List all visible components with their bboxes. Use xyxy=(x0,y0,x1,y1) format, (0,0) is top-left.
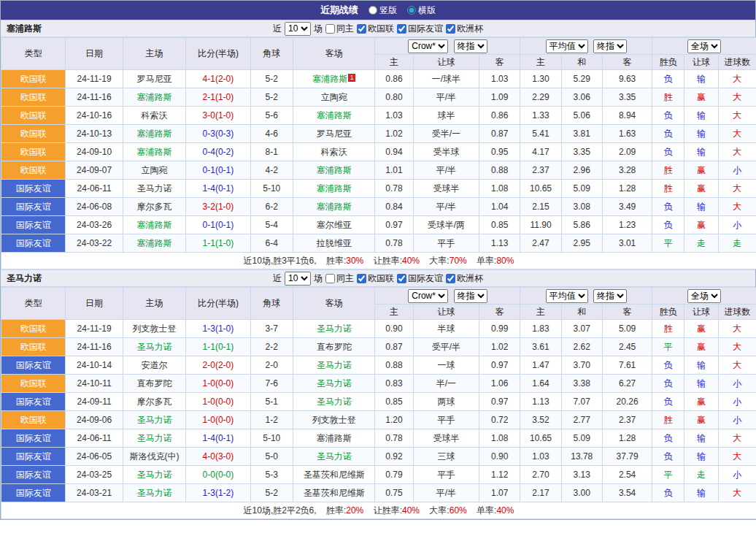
euro-final-odds-select[interactable]: 终指 xyxy=(593,39,627,53)
same-home-label: 同主 xyxy=(336,272,354,285)
asian-away-odds: 0.95 xyxy=(479,143,520,161)
euro-home-odds: 1.03 xyxy=(520,448,561,466)
win-rate-label: 胜率: xyxy=(326,256,346,266)
euro-option[interactable]: 欧洲杯 xyxy=(446,272,483,285)
asian-home-odds: 0.78 xyxy=(375,180,413,198)
bookmaker-select[interactable]: Crow* xyxy=(408,289,448,303)
nations-league-checkbox[interactable] xyxy=(357,274,366,283)
euro-checkbox[interactable] xyxy=(446,24,455,34)
competition-badge: 欧国联 xyxy=(1,107,66,125)
euro-final-odds-select[interactable]: 终指 xyxy=(593,289,627,303)
match-row: 国际友谊24-03-26塞浦路斯0-1(0-1)5-4塞尔维亚0.97受球半/两… xyxy=(1,216,756,234)
match-date: 24-11-19 xyxy=(66,70,123,88)
period-select[interactable]: 全场 xyxy=(687,39,721,53)
bookmaker-select[interactable]: Crow* xyxy=(408,39,448,53)
asian-away-odds: 0.97 xyxy=(479,356,520,375)
match-date: 24-09-10 xyxy=(66,143,123,161)
page-title: 近期战绩 xyxy=(320,4,358,17)
euro-draw-odds: 3.81 xyxy=(561,125,602,143)
same-home-checkbox[interactable] xyxy=(325,24,335,34)
away-team: 列支敦士登 xyxy=(293,411,375,429)
away-team: 圣马力诺 xyxy=(293,320,375,338)
corner-count: 7-6 xyxy=(250,375,293,393)
nations-league-option[interactable]: 欧国联 xyxy=(357,272,394,285)
same-home-option[interactable]: 同主 xyxy=(325,272,354,285)
nations-league-checkbox[interactable] xyxy=(357,24,366,34)
euro-away-odds: 1.28 xyxy=(602,429,652,448)
record-text: 近10场,胜2平2负6, xyxy=(244,505,317,516)
period-select[interactable]: 全场 xyxy=(687,289,721,303)
same-home-checkbox[interactable] xyxy=(325,274,335,283)
friendly-option[interactable]: 国际友谊 xyxy=(397,23,443,35)
over-rate-value: 60% xyxy=(450,505,467,516)
asian-handicap-line: 受球半 xyxy=(413,180,479,198)
friendly-option[interactable]: 国际友谊 xyxy=(397,272,443,285)
same-home-option[interactable]: 同主 xyxy=(325,23,354,35)
home-team: 摩尔多瓦 xyxy=(123,393,185,411)
euro-average-select[interactable]: 平均值 xyxy=(546,289,588,303)
asian-away-odds: 1.08 xyxy=(479,180,520,198)
asian-away-odds: 0.87 xyxy=(479,125,520,143)
corner-count: 4-2 xyxy=(250,161,293,180)
corner-count: 2-2 xyxy=(250,338,293,356)
asian-handicap-line: 平/半 xyxy=(413,484,479,502)
win-draw-loss-result: 负 xyxy=(652,448,684,466)
euro-away-odds: 3.49 xyxy=(602,198,652,216)
horizontal-layout-radio[interactable] xyxy=(407,6,416,15)
win-draw-loss-result: 负 xyxy=(652,125,684,143)
section-header: 塞浦路斯 近 10 场 同主 欧国联 国际友谊 xyxy=(1,20,755,37)
results-table: 类型 日期 主场 比分(半场) 角球 客场 Crow* 终指 平均值 终指 xyxy=(1,37,756,269)
friendly-label: 国际友谊 xyxy=(408,23,443,35)
euro-average-select[interactable]: 平均值 xyxy=(546,39,588,53)
euro-away-odds: 5.09 xyxy=(602,320,652,338)
euro-home-odds: 2.15 xyxy=(520,198,561,216)
layout-vertical-option[interactable]: 竖版 xyxy=(369,4,397,17)
col-away: 客场 xyxy=(293,38,375,70)
euro-draw-odds: 3.70 xyxy=(561,356,602,375)
col-corner: 角球 xyxy=(250,288,293,320)
euro-option[interactable]: 欧洲杯 xyxy=(446,23,483,35)
match-date: 24-11-16 xyxy=(66,88,123,107)
match-count-select[interactable]: 10 xyxy=(285,272,311,286)
competition-badge: 国际友谊 xyxy=(1,429,66,448)
handicap-result: 赢 xyxy=(684,411,718,429)
asian-away-odds: 1.08 xyxy=(479,429,520,448)
nations-league-label: 欧国联 xyxy=(368,23,394,35)
competition-badge: 欧国联 xyxy=(1,88,66,107)
asian-final-odds-select[interactable]: 终指 xyxy=(454,289,487,303)
asian-away-odds: 0.86 xyxy=(479,107,520,125)
competition-badge: 国际友谊 xyxy=(1,484,66,502)
asian-final-odds-select[interactable]: 终指 xyxy=(454,39,487,53)
goals-over-under-result: 小 xyxy=(718,161,756,180)
home-team: 塞浦路斯 xyxy=(123,216,185,234)
match-score: 0-1(0-1) xyxy=(186,216,250,234)
col-goals: 进球数 xyxy=(718,55,756,70)
layout-horizontal-option[interactable]: 横版 xyxy=(407,4,436,17)
match-row: 欧国联24-11-19罗马尼亚4-1(2-0)5-2塞浦路斯10.86一/球半1… xyxy=(1,70,756,88)
friendly-checkbox[interactable] xyxy=(397,24,406,34)
asian-home-odds: 0.83 xyxy=(375,375,413,393)
vertical-layout-radio[interactable] xyxy=(369,6,377,15)
euro-draw-odds: 5.06 xyxy=(561,107,602,125)
euro-checkbox[interactable] xyxy=(446,274,455,283)
corner-count: 1-2 xyxy=(250,411,293,429)
asian-home-odds: 0.78 xyxy=(375,429,413,448)
period-header: 全场 xyxy=(652,288,756,305)
results-table: 类型 日期 主场 比分(半场) 角球 客场 Crow* 终指 平均值 终指 xyxy=(1,287,756,519)
euro-draw-odds: 3.07 xyxy=(561,320,602,338)
competition-badge: 欧国联 xyxy=(1,338,66,356)
euro-home-odds: 1.64 xyxy=(520,375,561,393)
col-corner: 角球 xyxy=(250,38,293,70)
corner-count: 5-1 xyxy=(250,393,293,411)
goals-over-under-result: 大 xyxy=(718,180,756,198)
topbar: 近期战绩 竖版 横版 xyxy=(1,1,755,20)
corner-count: 2-0 xyxy=(250,356,293,375)
home-team: 圣马力诺 xyxy=(123,411,185,429)
away-team: 塞浦路斯 xyxy=(293,107,375,125)
euro-home-odds: 10.65 xyxy=(520,429,561,448)
col-away: 客场 xyxy=(293,288,375,320)
nations-league-option[interactable]: 欧国联 xyxy=(357,23,394,35)
corner-count: 5-4 xyxy=(250,216,293,234)
friendly-checkbox[interactable] xyxy=(397,274,406,283)
match-count-select[interactable]: 10 xyxy=(285,22,311,36)
